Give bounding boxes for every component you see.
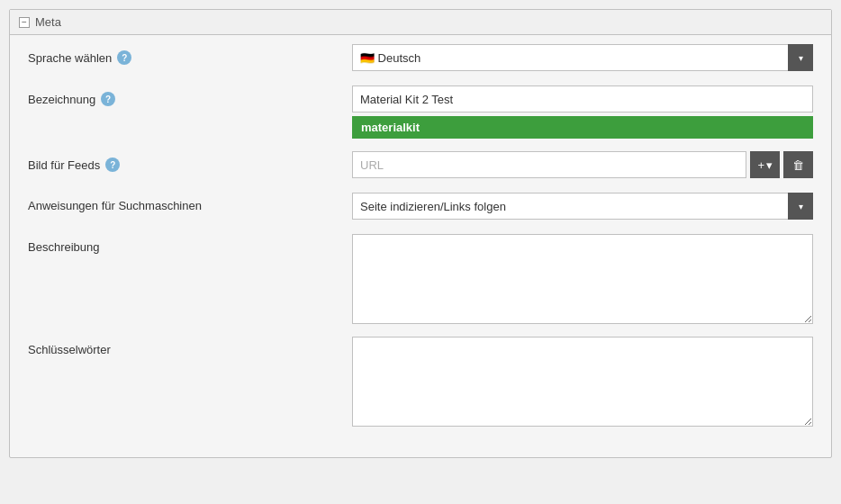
bezeichnung-label: Bezeichnung ?	[28, 86, 352, 106]
sprache-select-wrapper: 🇩🇪 Deutsch ▾	[352, 44, 813, 71]
bild-trash-button[interactable]: 🗑	[783, 151, 813, 178]
meta-panel: − Meta Sprache wählen ? 🇩🇪 Deutsch ▾	[9, 9, 832, 458]
anweisungen-label: Anweisungen für Suchmaschinen	[28, 193, 352, 212]
bild-add-button[interactable]: + ▾	[750, 151, 780, 178]
anweisungen-select[interactable]: Seite indizieren/Links folgen Nicht indi…	[352, 193, 813, 220]
schluesselwoerter-label: Schlüsselwörter	[28, 337, 352, 356]
bezeichnung-row: Bezeichnung ? materialkit	[28, 86, 813, 139]
sprache-help-icon[interactable]: ?	[117, 50, 131, 65]
bild-fuer-feeds-control: + ▾ 🗑	[352, 151, 813, 178]
bezeichnung-input[interactable]	[352, 86, 813, 112]
sprache-label: Sprache wählen ?	[28, 44, 352, 65]
anweisungen-control: Seite indizieren/Links folgen Nicht indi…	[352, 193, 813, 220]
sprache-control: 🇩🇪 Deutsch ▾	[352, 44, 813, 71]
panel-header: − Meta	[10, 10, 831, 35]
sprache-select[interactable]: 🇩🇪 Deutsch	[352, 44, 813, 71]
trash-icon: 🗑	[792, 158, 804, 172]
bezeichnung-control: materialkit	[352, 86, 813, 139]
bild-help-icon[interactable]: ?	[105, 158, 120, 172]
bild-fuer-feeds-label: Bild für Feeds ?	[28, 151, 352, 172]
add-dropdown-arrow: ▾	[766, 158, 773, 172]
anweisungen-row: Anweisungen für Suchmaschinen Seite indi…	[28, 193, 813, 221]
anweisungen-select-wrapper: Seite indizieren/Links folgen Nicht indi…	[352, 193, 813, 220]
schluesselwoerter-control	[352, 337, 813, 427]
bild-fuer-feeds-row: Bild für Feeds ? + ▾ 🗑	[28, 151, 813, 180]
panel-title: Meta	[35, 15, 61, 29]
panel-body: Sprache wählen ? 🇩🇪 Deutsch ▾ Bezeichnun…	[10, 35, 831, 457]
plus-icon: +	[757, 158, 764, 172]
bezeichnung-autocomplete[interactable]: materialkit	[352, 116, 813, 139]
panel-collapse-icon[interactable]: −	[19, 17, 30, 28]
beschreibung-textarea[interactable]	[352, 234, 813, 324]
beschreibung-label: Beschreibung	[28, 234, 352, 254]
schluesselwoerter-row: Schlüsselwörter	[28, 337, 813, 427]
bild-url-input[interactable]	[352, 151, 746, 178]
beschreibung-control	[352, 234, 813, 324]
schluesselwoerter-textarea[interactable]	[352, 337, 813, 427]
beschreibung-row: Beschreibung	[28, 234, 813, 324]
sprache-row: Sprache wählen ? 🇩🇪 Deutsch ▾	[28, 44, 813, 73]
bezeichnung-help-icon[interactable]: ?	[101, 92, 115, 106]
